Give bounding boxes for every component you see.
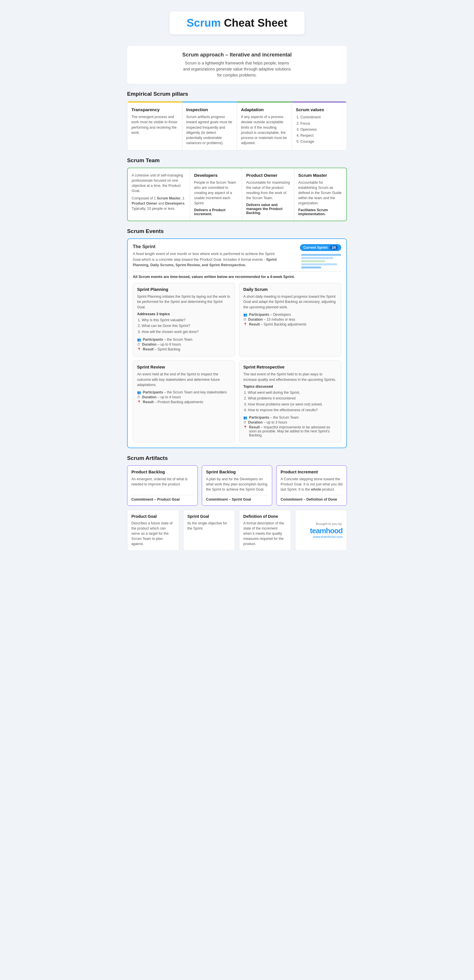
value-5: Courage <box>301 139 343 145</box>
sprint-planning-desc: Sprint Planning initiates the Sprint by … <box>137 294 231 309</box>
sprint-badge-label: Current Sprint <box>303 246 328 250</box>
pillar-values: Scrum values Commitment Focus Openness R… <box>292 102 347 150</box>
sprint-header: The Sprint A fixed length event of one m… <box>133 244 341 269</box>
daily-scrum-title: Daily Scrum <box>243 287 337 292</box>
sprint-review-title: Sprint Review <box>137 365 231 369</box>
team-section: Scrum Team A cohesive unit of self-manag… <box>127 158 347 221</box>
participants-icon-4: 👥 <box>243 416 247 420</box>
teamhood-url: www.teamhood.com <box>313 535 342 538</box>
scrum-values-list: Commitment Focus Openness Respect Courag… <box>301 115 343 145</box>
team-intro-card: A cohesive unit of self-managing profess… <box>128 168 190 221</box>
events-outer: The Sprint A fixed length event of one m… <box>127 239 347 448</box>
sprint-bar-5 <box>301 266 321 269</box>
scrum-master-desc: Accountable for establishing Scrum as de… <box>298 180 342 206</box>
product-backlog-name: Product Backlog <box>132 470 193 474</box>
product-backlog-commitment: Commitment – Product Goal <box>132 495 193 501</box>
definition-done-name: Definition of Done <box>243 514 287 519</box>
developers-delivers: Delivers a Product increment. <box>194 208 238 216</box>
sprint-planning-result: 📍 Result – Sprint Backlog <box>137 347 231 351</box>
sprint-description: A fixed length event of one month or les… <box>133 251 282 268</box>
sprint-retro-duration: ⏱ Duration – up to 3 hours <box>243 420 337 425</box>
title-blue: Scrum <box>187 17 221 29</box>
daily-scrum-participants: 👥 Participants – Developers <box>243 313 337 317</box>
duration-icon-3: ⏱ <box>137 395 140 399</box>
topic-3: How will the chosen work get done? <box>142 329 231 335</box>
scrum-master-name: Scrum Master <box>298 173 342 178</box>
team-title: Scrum Team <box>127 158 347 164</box>
artifacts-section: Scrum Artifacts Product Backlog An emerg… <box>127 455 347 551</box>
pillar-adaptation: Adaptation If any aspects of a process d… <box>237 102 292 150</box>
daily-scrum-duration: ⏱ Duration – 15 minutes or less <box>243 318 337 321</box>
sprint-title: The Sprint <box>133 244 285 249</box>
sprint-review-result: 📍 Result – Product Backlog adjustments <box>137 400 231 404</box>
pillar-inspection: Inspection Scrum artifacts progress towa… <box>182 102 237 150</box>
participants-icon: 👥 <box>137 338 141 342</box>
events-grid: Sprint Planning Sprint Planning initiate… <box>133 283 341 442</box>
teamhood-logo: teamhood <box>310 527 342 535</box>
pillar-values-name: Scrum values <box>296 107 343 112</box>
sprint-bar-1 <box>301 254 341 256</box>
sprint-retro-desc: The last event of the Sprint held to to … <box>243 372 337 382</box>
sprint-backlog-desc: A plan by and for the Developers on what… <box>206 477 268 492</box>
product-owner-name: Product Owner <box>246 173 290 178</box>
result-icon-2: 📍 <box>243 323 247 326</box>
sprint-backlog-name: Sprint Backlog <box>206 470 268 474</box>
team-grid: A cohesive unit of self-managing profess… <box>127 168 347 221</box>
topic-1: Why is this Sprint valuable? <box>142 317 231 323</box>
retro-topic-3: How those problems were (or were not) so… <box>248 401 337 407</box>
scrum-master-delivers: Facilitates Scrum implementation. <box>298 208 342 216</box>
product-goal-name: Product Goal <box>132 514 175 519</box>
intro-section: Scrum approach – Iterative and increment… <box>127 46 347 84</box>
sprint-note: All Scrum events are time-boxed, values … <box>133 271 341 279</box>
team-developers: Developers People in the Scrum Team who … <box>190 168 242 221</box>
team-product-owner: Product Owner Accountable for maximizing… <box>242 168 294 221</box>
product-goal-desc: Describes a future state of the product … <box>132 521 175 546</box>
pillar-inspection-name: Inspection <box>186 107 233 112</box>
team-intro-text: A cohesive unit of self-managing profess… <box>132 173 186 193</box>
pillars-section: Empirical Scrum pillars Transparency The… <box>127 91 347 150</box>
sprint-badge: Current Sprint 24 <box>300 244 341 251</box>
sprint-planning-participants: 👥 Participants – the Scrum Team <box>137 337 231 342</box>
event-sprint-review: Sprint Review An event held at the end o… <box>133 361 235 442</box>
value-4: Respect <box>301 133 343 139</box>
product-increment-commitment: Commitment – Definition of Done <box>281 495 342 501</box>
sprint-illustration <box>301 254 341 269</box>
pillar-adaptation-desc: If any aspects of a process deviate outs… <box>241 115 288 146</box>
artifacts-top: Product Backlog An emergent, ordered lis… <box>127 465 347 506</box>
duration-icon-4: ⏱ <box>243 421 246 424</box>
duration-icon: ⏱ <box>137 343 140 346</box>
title-section: Scrum Cheat Sheet <box>127 6 347 37</box>
definition-done-desc: A formal description of the state of the… <box>243 521 287 546</box>
title-box: Scrum Cheat Sheet <box>170 11 304 34</box>
developers-name: Developers <box>194 173 238 178</box>
value-3: Openness <box>301 127 343 133</box>
retro-topic-2: What problems it encountered <box>248 395 337 401</box>
commitment-sprint-goal: Sprint Goal Its the single objective for… <box>183 510 235 551</box>
brought-by: Brought to you by: <box>316 522 342 525</box>
result-icon-4: 📍 <box>243 426 247 429</box>
commitment-definition-done: Definition of Done A formal description … <box>239 510 291 551</box>
sprint-review-desc: An event held at the end of the Sprint t… <box>137 372 231 387</box>
commitment-product-goal: Product Goal Describes a future state of… <box>127 510 179 551</box>
sprint-header-left: The Sprint A fixed length event of one m… <box>133 244 285 268</box>
sprint-review-participants: 👥 Participants – the Scrum Team and key … <box>137 390 231 394</box>
pillars-title: Empirical Scrum pillars <box>127 91 347 97</box>
events-title: Scrum Events <box>127 228 347 234</box>
topic-2: What can be Done this Sprint? <box>142 323 231 329</box>
artifacts-title: Scrum Artifacts <box>127 455 347 461</box>
sprint-goal-desc: Its the single objective for the Sprint. <box>187 521 231 531</box>
product-owner-delivers: Delivers value and manages the Product B… <box>246 203 290 215</box>
title-black: Cheat Sheet <box>221 17 287 29</box>
intro-description: Scrum is a lightweight framework that he… <box>182 60 292 78</box>
footer-card: Brought to you by: teamhood www.teamhood… <box>295 510 347 551</box>
retro-topic-4: How to improve the effectiveness of resu… <box>248 407 337 413</box>
sprint-retro-topics-label: Topics discussed <box>243 385 337 388</box>
sprint-retro-topics: What went well during the Sprint, What p… <box>248 390 337 413</box>
artifact-sprint-backlog: Sprint Backlog A plan by and for the Dev… <box>202 465 273 506</box>
sprint-review-duration: ⏱ Duration – up to 4 hours <box>137 395 231 399</box>
team-scrum-master: Scrum Master Accountable for establishin… <box>294 168 346 221</box>
sprint-retro-result: 📍 Result – Impactful improvements to be … <box>243 425 337 437</box>
value-1: Commitment <box>301 115 343 120</box>
intro-heading: Scrum approach – Iterative and increment… <box>138 52 336 58</box>
event-sprint-planning: Sprint Planning Sprint Planning initiate… <box>133 283 235 356</box>
